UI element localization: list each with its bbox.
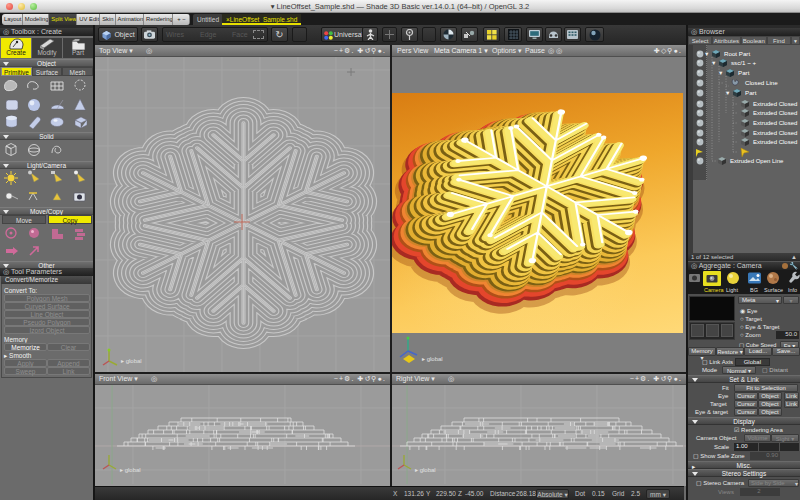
svg-text:Part: Part: [738, 69, 750, 76]
svg-text:Surface: Surface: [764, 287, 783, 293]
svg-text:▼: ▼: [718, 70, 723, 76]
svg-text:▸ global: ▸ global: [422, 356, 443, 362]
svg-text:BG: BG: [750, 287, 758, 293]
svg-text:Extruded Closed: Extruded Closed: [753, 120, 797, 126]
svg-text:▼: ▼: [711, 60, 716, 66]
svg-text:ssc/1 ~ +: ssc/1 ~ +: [731, 59, 756, 66]
svg-text:▸ global: ▸ global: [120, 467, 141, 473]
svg-text:Extruded Closed: Extruded Closed: [753, 110, 797, 116]
svg-text:▸ global: ▸ global: [415, 467, 436, 473]
svg-text:Closed Line: Closed Line: [745, 79, 778, 86]
svg-text:Extruded Closed: Extruded Closed: [753, 139, 797, 145]
svg-text:Part: Part: [745, 89, 757, 96]
svg-text:Root Part: Root Part: [724, 50, 750, 57]
svg-text:Camera: Camera: [704, 287, 725, 293]
svg-text:▼: ▼: [725, 90, 730, 96]
svg-text:▼: ▼: [704, 51, 709, 57]
svg-text:▸ global: ▸ global: [121, 358, 142, 364]
svg-text:Extruded Closed: Extruded Closed: [753, 130, 797, 136]
svg-text:Extruded Open Line: Extruded Open Line: [730, 158, 784, 164]
svg-text:Info: Info: [788, 287, 797, 293]
svg-text:Extruded Closed: Extruded Closed: [753, 101, 797, 107]
svg-text:Light: Light: [726, 287, 738, 293]
